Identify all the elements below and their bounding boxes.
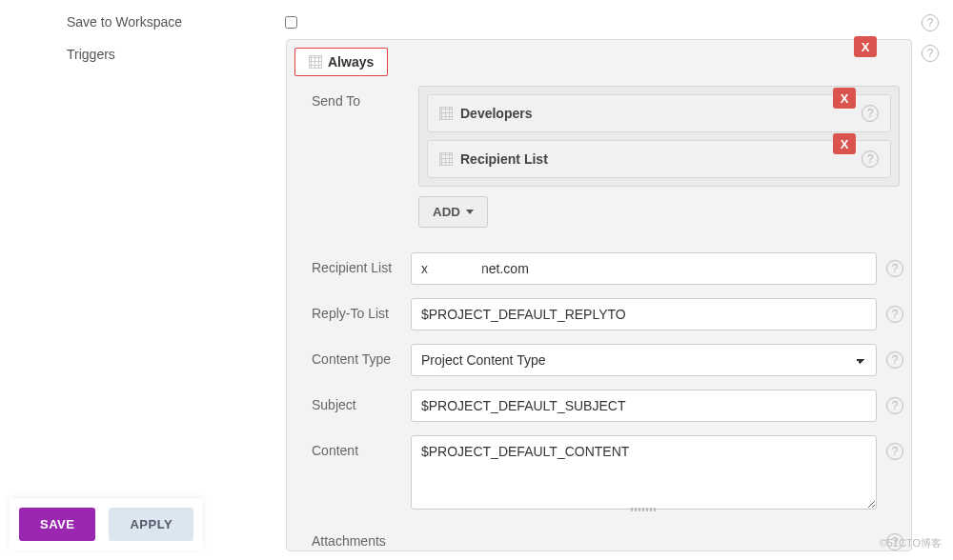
triggers-row: Triggers (67, 47, 286, 62)
help-icon[interactable]: ? (886, 443, 903, 460)
subject-row: Subject ? (294, 390, 903, 422)
add-button[interactable]: ADD (418, 196, 488, 228)
content-row: Content ? (294, 435, 903, 512)
content-type-label: Content Type (294, 344, 401, 367)
reply-to-list-input[interactable] (411, 298, 877, 330)
recipient-list-label: Recipient List (294, 252, 401, 275)
save-to-workspace-row: Save to Workspace (67, 14, 286, 30)
apply-button[interactable]: APPLY (109, 508, 193, 541)
content-type-select[interactable]: Project Content Type (411, 344, 877, 376)
help-icon[interactable]: ? (886, 397, 903, 414)
reply-to-list-row: Reply-To List ? (294, 298, 903, 330)
content-label: Content (294, 435, 401, 458)
send-to-group: Developers X ? Recipient List X ? (418, 86, 900, 187)
help-icon[interactable]: ? (886, 306, 903, 323)
grid-icon (309, 55, 322, 69)
content-type-row: Content Type Project Content Type ? (294, 344, 903, 376)
always-label: Always (328, 54, 374, 70)
help-icon[interactable]: ? (886, 351, 903, 369)
redacted-text (428, 264, 481, 275)
help-icon[interactable]: ? (862, 150, 879, 168)
attachments-row: Attachments ? (294, 526, 903, 550)
send-to-label: Send To (312, 93, 418, 109)
watermark: ©51CTO博客 (880, 536, 942, 550)
send-to-item-developers[interactable]: Developers X ? (427, 94, 891, 132)
add-label: ADD (433, 205, 460, 219)
triggers-label: Triggers (67, 47, 115, 62)
help-icon[interactable]: ? (922, 14, 939, 31)
send-to-item-label: Developers (460, 106, 854, 121)
trigger-panel: X Always Send To D (286, 39, 912, 551)
recipient-list-row: Recipient List xnet.com ? (294, 252, 903, 285)
help-icon[interactable]: ? (922, 45, 939, 62)
subject-input[interactable] (411, 390, 877, 422)
close-trigger-button[interactable]: X (854, 36, 877, 57)
attachments-label: Attachments (294, 526, 401, 549)
remove-recipient-list-button[interactable]: X (833, 133, 856, 154)
drag-handle-icon[interactable] (631, 508, 658, 511)
save-button[interactable]: SAVE (19, 508, 95, 541)
recipient-list-input[interactable]: xnet.com (411, 252, 877, 285)
grid-icon (439, 152, 453, 166)
chevron-down-icon (466, 210, 474, 214)
help-icon[interactable]: ? (886, 260, 903, 277)
subject-label: Subject (294, 390, 401, 412)
save-to-workspace-label: Save to Workspace (67, 14, 182, 30)
always-tab[interactable]: Always (294, 48, 388, 76)
content-textarea[interactable] (411, 435, 877, 510)
remove-developers-button[interactable]: X (833, 88, 856, 109)
help-icon[interactable]: ? (862, 105, 879, 122)
send-to-item-recipient-list[interactable]: Recipient List X ? (427, 140, 891, 178)
grid-icon (439, 107, 453, 120)
reply-to-list-label: Reply-To List (294, 298, 401, 321)
send-to-item-label: Recipient List (460, 151, 854, 167)
footer-bar: SAVE APPLY (10, 498, 203, 550)
